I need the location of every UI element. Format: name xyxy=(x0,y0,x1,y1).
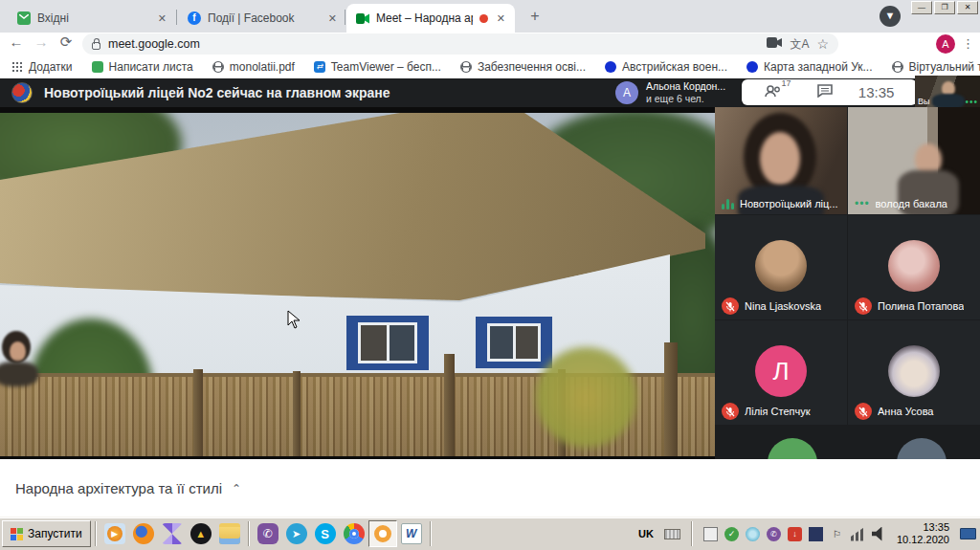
desktop-screen: Вхідні ✕ f Події | Facebook ✕ Meet – Нар… xyxy=(0,0,980,550)
presenter-avatar: A xyxy=(615,81,638,104)
self-options-dots-icon[interactable]: ••• xyxy=(965,97,978,107)
reload-icon[interactable]: ⟳ xyxy=(56,33,77,51)
word-icon[interactable]: W xyxy=(397,520,426,547)
viber-tray-icon[interactable]: ✆ xyxy=(767,527,781,541)
flag-icon[interactable]: ⚐ xyxy=(830,527,844,541)
minimize-button[interactable]: — xyxy=(911,1,932,14)
self-body xyxy=(932,94,965,107)
globe-icon xyxy=(212,61,224,73)
house-window xyxy=(476,317,552,368)
tab-facebook[interactable]: f Події | Facebook ✕ xyxy=(178,4,346,33)
translate-icon[interactable]: 文A xyxy=(790,36,809,53)
clock-time: 13:35 xyxy=(897,521,949,534)
bookmark-teamviewer[interactable]: ⇄ TeamViewer – бесп... xyxy=(314,60,441,74)
taskbar-separator xyxy=(430,521,432,546)
telegram-icon[interactable]: ➤ xyxy=(282,520,311,547)
participant-tile-polina[interactable]: Полина Потапова xyxy=(848,215,980,319)
clock-date: 10.12.2020 xyxy=(897,534,949,546)
blue-dot-icon xyxy=(746,61,758,73)
address-bar[interactable]: meet.google.com 文A ☆ xyxy=(82,33,838,55)
display-icon[interactable] xyxy=(960,528,976,539)
bookmark-map-west[interactable]: Карта западной Ук... xyxy=(746,60,872,74)
chrome-icon[interactable] xyxy=(340,520,368,547)
tab-separator xyxy=(345,10,345,25)
language-indicator[interactable]: UK xyxy=(635,526,657,541)
browser-active-orange-icon[interactable] xyxy=(368,520,397,547)
network-drive-icon[interactable] xyxy=(809,527,823,541)
tab-close-icon[interactable]: ✕ xyxy=(495,12,507,25)
participants-icon[interactable]: 17 xyxy=(765,83,791,100)
taskbar-clock[interactable]: 13:35 10.12.2020 xyxy=(897,521,949,546)
viber-icon[interactable]: ✆ xyxy=(254,520,282,547)
maximize-button[interactable]: ❐ xyxy=(934,1,955,14)
media-player-icon[interactable]: ▶ xyxy=(100,520,129,547)
mail-green-icon xyxy=(92,61,103,73)
presentation-banner-title: Новотроїцький ліцей No2 сейчас на главно… xyxy=(44,85,390,100)
tab-inbox[interactable]: Вхідні ✕ xyxy=(8,4,176,33)
browser-toolbar: ← → ⟳ meet.google.com 文A ☆ A ⋮ xyxy=(0,33,980,55)
browser-menu-icon[interactable]: ⋮ xyxy=(962,34,974,54)
bookmark-education[interactable]: Забезпечення осві... xyxy=(460,60,586,74)
forward-icon[interactable]: → xyxy=(31,33,52,50)
bookmark-virtual-tour[interactable]: Віртуальний тур ук... xyxy=(892,60,980,74)
participant-tile-nina[interactable]: Nina Ljaskovska xyxy=(715,215,847,319)
tab-camera-icon[interactable] xyxy=(767,37,782,51)
presenter-name: Альона Кордон... xyxy=(646,80,725,93)
close-button[interactable]: ✕ xyxy=(957,1,978,14)
avatar-initial: Л xyxy=(755,345,807,397)
video-tile-volodya[interactable]: ••• володя бакала xyxy=(848,107,980,214)
presentation-stage xyxy=(0,107,715,459)
bookmark-compose[interactable]: Написати листа xyxy=(92,60,193,74)
signal-icon[interactable] xyxy=(851,527,865,541)
url-text[interactable]: meet.google.com xyxy=(108,37,759,51)
new-tab-button[interactable]: + xyxy=(524,7,546,28)
back-icon[interactable]: ← xyxy=(6,33,27,50)
bookmark-austrian[interactable]: Австрийская воен... xyxy=(605,60,727,74)
mic-muted-icon xyxy=(722,403,739,420)
safety-green-check-icon[interactable]: ✓ xyxy=(724,527,739,541)
skype-icon[interactable]: S xyxy=(311,520,340,547)
chrome-notification-icon[interactable]: ▼ xyxy=(880,6,901,27)
file-explorer-icon[interactable] xyxy=(215,520,244,547)
house-window xyxy=(346,316,429,370)
options-dots-icon[interactable]: ••• xyxy=(855,200,870,208)
teamviewer-eye-icon[interactable] xyxy=(746,527,760,541)
taskbar-separator xyxy=(248,521,250,546)
self-video-thumbnail[interactable]: Вы ••• xyxy=(915,76,980,107)
chat-icon[interactable] xyxy=(817,84,833,101)
globe-icon xyxy=(892,61,903,73)
kmplayer-icon[interactable] xyxy=(158,520,187,547)
bookmark-pdf[interactable]: monolatii.pdf xyxy=(212,60,295,74)
avatar-partial xyxy=(768,438,817,459)
participant-tile-anna[interactable]: Анна Усова xyxy=(848,320,980,425)
profile-avatar[interactable]: A xyxy=(936,34,955,54)
keyboard-icon[interactable] xyxy=(664,529,680,539)
tab-close-icon[interactable]: ✕ xyxy=(156,12,168,25)
clipboard-icon[interactable] xyxy=(703,527,718,541)
aimp-icon[interactable]: ▲ xyxy=(187,520,215,547)
fence-post xyxy=(293,371,301,456)
tab-meet-active[interactable]: Meet – Народна архітектур ✕ xyxy=(346,4,515,33)
bookmarks-bar: Додатки Написати листа monolatii.pdf ⇄ T… xyxy=(0,55,980,78)
volume-icon[interactable] xyxy=(872,527,886,541)
globe-icon xyxy=(460,61,472,73)
download-master-icon[interactable]: ↓ xyxy=(788,527,802,541)
windows-logo-icon xyxy=(11,528,23,540)
firefox-icon[interactable] xyxy=(129,520,158,547)
participant-name: Полина Потапова xyxy=(878,300,964,312)
teamviewer-icon: ⇄ xyxy=(314,61,325,73)
fence-post xyxy=(444,354,455,456)
taskbar-separator xyxy=(95,521,97,546)
bookmark-star-icon[interactable]: ☆ xyxy=(816,36,829,52)
participant-name: Nina Ljaskovska xyxy=(745,300,821,312)
tab-close-icon[interactable]: ✕ xyxy=(326,12,339,25)
chevron-up-icon[interactable]: ⌃ xyxy=(232,482,241,495)
start-button[interactable]: Запустити xyxy=(2,520,91,547)
meet-top-panel: 17 13:35 xyxy=(742,79,917,105)
participant-name: Лілія Степчук xyxy=(745,406,811,417)
meeting-title-block[interactable]: Народна архітектура та її стилі ⌃ xyxy=(15,480,241,496)
video-tile-presenter[interactable]: Новотроїцький ліц... xyxy=(715,107,847,214)
meet-footer: Народна архітектура та її стилі ⌃ ↑ Ново… xyxy=(0,459,980,517)
bookmark-apps[interactable]: Додатки xyxy=(11,60,73,74)
participant-tile-lilia[interactable]: Л Лілія Степчук xyxy=(715,320,847,425)
